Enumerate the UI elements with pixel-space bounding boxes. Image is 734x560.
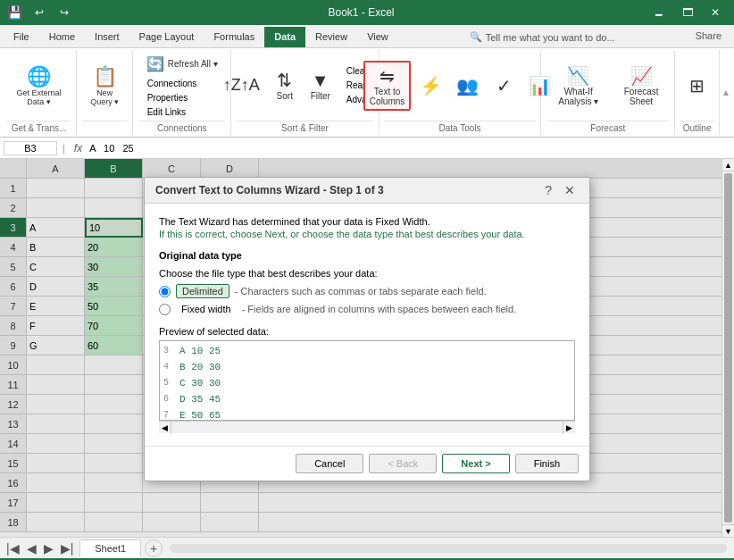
- list-item: 5C 30 30: [163, 375, 571, 391]
- sheet-nav-last[interactable]: ▶|: [58, 541, 77, 556]
- sheet-tab-nav: |◀ ◀ ▶ ▶|: [0, 541, 79, 556]
- sort-filter-label: Sort & Filter: [237, 121, 372, 133]
- tab-review[interactable]: Review: [305, 27, 357, 47]
- add-sheet-button[interactable]: +: [145, 539, 163, 557]
- fixed-width-radio[interactable]: [159, 304, 171, 315]
- get-external-label: Get External Data ▾: [13, 88, 65, 106]
- finish-button[interactable]: Finish: [515, 454, 579, 473]
- dialog-body: The Text Wizard has determined that your…: [145, 204, 589, 446]
- get-external-buttons: 🌐 Get External Data ▾: [7, 52, 71, 119]
- preview-hscroll-right[interactable]: ▶: [563, 422, 575, 434]
- delimited-radio[interactable]: [159, 286, 171, 297]
- sort-az-button[interactable]: ↑Z↑A: [218, 72, 265, 98]
- sheet-nav-first[interactable]: |◀: [4, 541, 22, 556]
- formula-bar: | fx: [0, 138, 734, 159]
- tab-view[interactable]: View: [357, 27, 398, 47]
- app-title: Book1 - Excel: [328, 6, 394, 19]
- get-external-button[interactable]: 🌐 Get External Data ▾: [7, 62, 71, 110]
- properties-button[interactable]: Properties: [141, 91, 195, 104]
- fx-label: fx: [71, 142, 86, 155]
- hscroll-track[interactable]: [170, 544, 727, 553]
- data-validation-button[interactable]: ✓: [488, 71, 520, 100]
- dialog-close-button[interactable]: ✕: [561, 183, 579, 197]
- ribbon-expand[interactable]: ▲: [720, 50, 732, 135]
- delimited-label[interactable]: Delimited - Characters such as commas or…: [176, 284, 487, 298]
- remove-duplicates-button[interactable]: 👥: [451, 71, 484, 100]
- what-if-button[interactable]: 📉 What-If Analysis ▾: [546, 62, 610, 110]
- next-button[interactable]: Next >: [442, 454, 509, 473]
- redo-button[interactable]: ↪: [53, 4, 76, 21]
- flash-fill-button[interactable]: ⚡: [414, 71, 447, 100]
- new-query-button[interactable]: 📋 New Query ▾: [82, 62, 127, 110]
- close-button[interactable]: ✕: [704, 4, 727, 21]
- delimited-option-row: Delimited - Characters such as commas or…: [159, 284, 575, 298]
- tell-me-text[interactable]: Tell me what you want to do...: [486, 32, 615, 43]
- preview-scroll-up[interactable]: ▲: [722, 159, 734, 171]
- share-button[interactable]: Share: [687, 27, 730, 47]
- preview-scroll-thumb[interactable]: [724, 173, 732, 522]
- sort-az-icon: ↑Z↑A: [223, 76, 260, 95]
- tab-home[interactable]: Home: [39, 27, 85, 47]
- preview-row-num: 7: [163, 407, 179, 421]
- cancel-button[interactable]: Cancel: [296, 454, 363, 473]
- forecast-label: Forecast: [546, 121, 669, 133]
- original-data-type-label: Original data type: [159, 250, 575, 261]
- minimize-button[interactable]: 🗕: [646, 4, 671, 21]
- dialog-title: Convert Text to Columns Wizard - Step 1 …: [155, 184, 384, 196]
- new-query-buttons: 📋 New Query ▾: [82, 52, 127, 119]
- preview-scroll-down[interactable]: ▼: [722, 524, 734, 537]
- sort-icon: ⇅: [277, 70, 292, 91]
- fixed-width-option-row: Fixed width - Fields are aligned in colu…: [159, 303, 575, 315]
- expand-icon: ▲: [721, 88, 730, 97]
- undo-button[interactable]: ↩: [28, 4, 51, 21]
- outline-button[interactable]: ⊞: [681, 71, 713, 100]
- preview-box: 3A 10 254B 20 305C 30 306D 35 457E 50 65: [159, 340, 575, 421]
- name-box[interactable]: [4, 141, 57, 155]
- preview-hscroll-track: [171, 422, 563, 433]
- sheet-nav-next[interactable]: ▶: [41, 541, 56, 556]
- convert-text-dialog: Convert Text to Columns Wizard - Step 1 …: [144, 177, 590, 481]
- forecast-sheet-button[interactable]: 📈 Forecast Sheet: [613, 62, 669, 110]
- dialog-help-button[interactable]: ?: [541, 183, 555, 197]
- search-icon: 🔍: [470, 31, 482, 43]
- outline-icon: ⊞: [689, 75, 705, 96]
- edit-links-button[interactable]: Edit Links: [141, 105, 192, 119]
- save-icon[interactable]: 💾: [7, 5, 22, 20]
- tab-insert[interactable]: Insert: [85, 27, 129, 47]
- tab-data[interactable]: Data: [264, 27, 305, 47]
- text-to-col-label: Text to Columns: [370, 87, 405, 106]
- tab-file[interactable]: File: [4, 27, 39, 47]
- formula-input[interactable]: [89, 143, 730, 154]
- filter-label: Filter: [311, 91, 330, 101]
- sheet-nav-prev[interactable]: ◀: [24, 541, 39, 556]
- what-if-icon: 📉: [567, 65, 589, 87]
- sheet-tab-sheet1[interactable]: Sheet1: [79, 539, 141, 557]
- main-area: A B C D 123A10254B20305C30306D35457E5065…: [0, 159, 734, 537]
- sort-filter-group: ↑Z↑A ⇅ Sort ▼ Filter Clear Reapply Advan…: [231, 50, 379, 135]
- sort-button[interactable]: ⇅ Sort: [269, 66, 301, 104]
- preview-scrollbar[interactable]: ▲ ▼: [721, 159, 734, 537]
- tab-formulas[interactable]: Formulas: [204, 27, 264, 47]
- back-button[interactable]: < Back: [369, 454, 437, 473]
- dialog-footer: Cancel < Back Next > Finish: [145, 446, 589, 481]
- new-query-label: New Query ▾: [88, 88, 121, 106]
- ribbon-content: 🌐 Get External Data ▾ Get & Trans... 📋 N…: [0, 48, 734, 138]
- filter-button[interactable]: ▼ Filter: [304, 67, 337, 104]
- forecast-buttons: 📉 What-If Analysis ▾ 📈 Forecast Sheet: [546, 52, 669, 119]
- text-to-columns-button[interactable]: ⇋ Text to Columns: [363, 61, 411, 111]
- refresh-buttons: 🔄 Refresh All ▾ Connections Properties E…: [141, 52, 223, 119]
- refresh-all-button[interactable]: 🔄 Refresh All ▾: [141, 52, 223, 76]
- fixed-width-label[interactable]: Fixed width - Fields are aligned in colu…: [176, 303, 516, 315]
- preview-row-num: 6: [163, 391, 179, 407]
- preview-row-data: E 50 65: [179, 407, 221, 421]
- preview-hscroll[interactable]: ◀ ▶: [159, 421, 575, 433]
- delimited-key: Delimited: [176, 284, 229, 298]
- connections-button[interactable]: Connections: [141, 77, 204, 90]
- filter-icon: ▼: [312, 71, 329, 91]
- list-item: 3A 10 25: [163, 343, 571, 359]
- tab-page-layout[interactable]: Page Layout: [129, 27, 204, 47]
- flash-fill-icon: ⚡: [420, 75, 442, 96]
- maximize-button[interactable]: 🗖: [675, 4, 700, 21]
- forecast-group: 📉 What-If Analysis ▾ 📈 Forecast Sheet Fo…: [541, 50, 675, 135]
- preview-hscroll-left[interactable]: ◀: [159, 422, 171, 434]
